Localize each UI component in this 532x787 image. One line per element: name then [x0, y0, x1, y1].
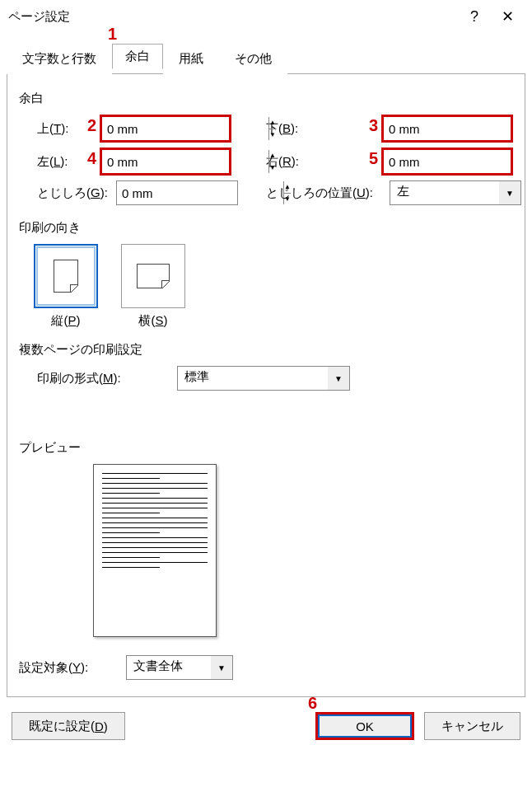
page-landscape-icon: [137, 264, 170, 288]
annotation-4: 4: [83, 149, 96, 168]
gutter-position-select[interactable]: 左 ▼: [390, 180, 521, 205]
margin-top-up[interactable]: ▲: [269, 117, 276, 129]
chevron-down-icon[interactable]: ▼: [211, 656, 232, 679]
margin-right-spinner[interactable]: ▲▼: [381, 148, 513, 176]
orientation-landscape-label: 横(S): [138, 313, 167, 329]
gutter-position-label: とじしろの位置(U):: [266, 185, 373, 201]
margin-top-down[interactable]: ▼: [269, 129, 276, 141]
chevron-down-icon[interactable]: ▼: [328, 367, 349, 390]
margin-left-up[interactable]: ▲: [269, 150, 276, 162]
margin-bottom-spinner[interactable]: ▲▼: [381, 115, 513, 143]
tab-margins[interactable]: 余白: [112, 44, 163, 69]
close-button[interactable]: ✕: [491, 7, 524, 26]
annotation-3: 3: [365, 116, 378, 135]
orientation-portrait[interactable]: [34, 244, 98, 308]
section-orientation-label: 印刷の向き: [19, 220, 513, 236]
tab-paper[interactable]: 用紙: [163, 44, 219, 74]
chevron-down-icon[interactable]: ▼: [499, 181, 520, 204]
preview-thumbnail: [93, 464, 217, 637]
margin-top-label: 上(T):: [37, 121, 68, 137]
ok-button[interactable]: OK: [315, 712, 414, 740]
margin-top-input[interactable]: [102, 117, 268, 140]
annotation-2: 2: [83, 116, 96, 135]
tab-chars-lines[interactable]: 文字数と行数: [7, 44, 112, 74]
margin-left-label: 左(L):: [37, 154, 68, 170]
margin-left-input[interactable]: [102, 150, 268, 173]
layout-value: 標準: [178, 367, 328, 390]
dialog-title: ページ設定: [8, 9, 458, 25]
margin-left-down[interactable]: ▼: [269, 162, 276, 174]
tab-other[interactable]: その他: [219, 44, 287, 74]
gutter-input[interactable]: [117, 181, 283, 204]
tab-strip: 文字数と行数 1 余白 用紙 その他: [7, 43, 525, 73]
set-default-button[interactable]: 既定に設定(D): [12, 712, 125, 740]
apply-to-value: 文書全体: [127, 656, 211, 679]
annotation-1: 1: [104, 25, 117, 44]
cancel-button[interactable]: キャンセル: [424, 712, 520, 740]
section-preview-label: プレビュー: [19, 440, 513, 456]
margin-bottom-input[interactable]: [384, 117, 532, 140]
margin-left-spinner[interactable]: ▲▼: [100, 148, 231, 176]
layout-select[interactable]: 標準 ▼: [177, 366, 350, 391]
apply-to-label: 設定対象(Y):: [19, 660, 88, 674]
gutter-label: とじしろ(G):: [37, 185, 108, 201]
orientation-portrait-label: 縦(P): [51, 313, 80, 329]
margin-right-input[interactable]: [384, 150, 532, 173]
gutter-position-value: 左: [390, 181, 499, 204]
section-margins-label: 余白: [19, 91, 513, 106]
annotation-6: 6: [304, 694, 317, 713]
annotation-5: 5: [365, 149, 378, 168]
apply-to-select[interactable]: 文書全体 ▼: [126, 655, 233, 680]
margin-top-spinner[interactable]: ▲▼: [100, 115, 231, 143]
orientation-landscape[interactable]: [121, 244, 185, 308]
help-button[interactable]: ?: [458, 8, 491, 26]
tab-panel-margins: 余白 上(T): 2 ▲▼ 下(B): 3 ▲▼: [7, 73, 525, 697]
layout-label: 印刷の形式(M):: [37, 371, 121, 385]
gutter-spinner[interactable]: ▲▼: [116, 180, 238, 205]
section-multipage-label: 複数ページの印刷設定: [19, 342, 513, 358]
page-portrait-icon: [54, 260, 78, 293]
